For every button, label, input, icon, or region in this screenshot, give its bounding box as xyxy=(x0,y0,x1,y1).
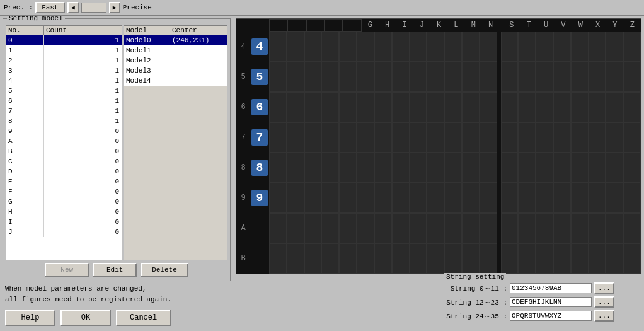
grid-cell[interactable] xyxy=(339,153,357,183)
table-row[interactable]: A0 xyxy=(6,136,122,146)
grid-cell[interactable] xyxy=(606,62,623,92)
grid-cell[interactable] xyxy=(589,32,606,62)
grid-cell[interactable] xyxy=(374,243,392,274)
grid-cell[interactable] xyxy=(480,32,497,62)
grid-cell[interactable] xyxy=(536,62,553,92)
grid-cell[interactable] xyxy=(623,122,641,153)
grid-cell[interactable] xyxy=(518,62,536,92)
grid-cell[interactable] xyxy=(287,213,304,243)
grid-cell[interactable] xyxy=(606,122,623,153)
grid-cell[interactable] xyxy=(410,92,427,122)
grid-cell[interactable] xyxy=(553,213,571,243)
grid-cell[interactable] xyxy=(269,32,287,62)
grid-cell[interactable] xyxy=(623,243,641,274)
grid-cell[interactable] xyxy=(571,32,589,62)
grid-cell[interactable] xyxy=(269,62,287,92)
table-row[interactable]: B0 xyxy=(6,146,122,156)
grid-cell[interactable] xyxy=(410,32,427,62)
grid-cell[interactable] xyxy=(444,32,462,62)
grid-cell[interactable] xyxy=(287,153,304,183)
grid-cell[interactable] xyxy=(269,153,287,183)
grid-cell[interactable] xyxy=(339,243,357,274)
grid-cell[interactable] xyxy=(480,62,497,92)
grid-cell[interactable] xyxy=(536,92,553,122)
string-browse-btn-0[interactable]: ... xyxy=(594,282,614,294)
table-row[interactable]: 71 xyxy=(6,106,122,116)
grid-cell[interactable] xyxy=(462,62,480,92)
grid-cell[interactable] xyxy=(392,32,410,62)
grid-cell[interactable] xyxy=(392,243,410,274)
grid-cell[interactable] xyxy=(480,153,497,183)
grid-cell[interactable] xyxy=(536,32,553,62)
string-browse-btn-2[interactable]: ... xyxy=(594,310,614,322)
grid-cell[interactable] xyxy=(553,153,571,183)
grid-cell[interactable] xyxy=(480,122,497,153)
grid-cell[interactable] xyxy=(536,122,553,153)
table-row[interactable]: 31 xyxy=(6,66,122,76)
grid-cell[interactable] xyxy=(287,243,304,274)
table-row[interactable]: 01 xyxy=(6,35,122,45)
grid-cell[interactable] xyxy=(339,213,357,243)
grid-cell[interactable] xyxy=(374,32,392,62)
grid-cell[interactable] xyxy=(269,122,287,153)
grid-cell[interactable] xyxy=(480,213,497,243)
grid-cell[interactable] xyxy=(392,183,410,213)
grid-cell[interactable] xyxy=(501,183,519,213)
grid-cell[interactable] xyxy=(321,243,339,274)
grid-cell[interactable] xyxy=(462,122,480,153)
grid-cell[interactable] xyxy=(462,32,480,62)
grid-cell[interactable] xyxy=(374,62,392,92)
grid-cell[interactable] xyxy=(571,183,589,213)
list-item[interactable]: Model2 xyxy=(124,55,227,66)
string-input-2[interactable] xyxy=(510,311,592,321)
grid-cell[interactable] xyxy=(518,213,536,243)
grid-cell[interactable] xyxy=(339,32,357,62)
grid-cell[interactable] xyxy=(339,92,357,122)
grid-cell[interactable] xyxy=(589,213,606,243)
grid-cell[interactable] xyxy=(571,243,589,274)
grid-cell[interactable] xyxy=(553,92,571,122)
grid-cell[interactable] xyxy=(553,122,571,153)
table-row[interactable]: D0 xyxy=(6,166,122,177)
grid-cell[interactable] xyxy=(321,183,339,213)
grid-cell[interactable] xyxy=(427,243,444,274)
grid-cell[interactable] xyxy=(623,92,641,122)
grid-cell[interactable] xyxy=(410,183,427,213)
list-item[interactable]: Model1 xyxy=(124,45,227,55)
arrow-right-btn[interactable]: ▶ xyxy=(109,2,120,13)
grid-cell[interactable] xyxy=(501,62,519,92)
grid-cell[interactable] xyxy=(321,153,339,183)
grid-cell[interactable] xyxy=(357,92,374,122)
grid-cell[interactable] xyxy=(518,243,536,274)
grid-cell[interactable] xyxy=(321,62,339,92)
grid-cell[interactable] xyxy=(321,92,339,122)
grid-cell[interactable] xyxy=(518,92,536,122)
grid-cell[interactable] xyxy=(304,213,322,243)
grid-cell[interactable] xyxy=(589,122,606,153)
grid-cell[interactable] xyxy=(444,92,462,122)
table-row[interactable]: 41 xyxy=(6,76,122,86)
fast-btn[interactable]: Fast xyxy=(35,2,64,13)
grid-cell[interactable] xyxy=(304,92,322,122)
table-row[interactable]: J0 xyxy=(6,227,122,237)
no-count-rows[interactable]: 01112131415161718190A0B0C0D0E0F0G0H0I0J0 xyxy=(6,35,122,260)
grid-cell[interactable] xyxy=(444,243,462,274)
grid-cell[interactable] xyxy=(553,183,571,213)
grid-cell[interactable] xyxy=(606,92,623,122)
grid-cell[interactable] xyxy=(304,153,322,183)
list-item[interactable]: Model3 xyxy=(124,66,227,76)
grid-cell[interactable] xyxy=(606,183,623,213)
grid-cell[interactable] xyxy=(374,153,392,183)
table-row[interactable]: 51 xyxy=(6,86,122,96)
grid-cell[interactable] xyxy=(357,243,374,274)
arrow-left-btn[interactable]: ◀ xyxy=(67,2,79,13)
grid-cell[interactable] xyxy=(571,92,589,122)
grid-cell[interactable] xyxy=(571,62,589,92)
table-row[interactable]: H0 xyxy=(6,207,122,217)
table-row[interactable]: 21 xyxy=(6,55,122,66)
grid-cell[interactable] xyxy=(374,213,392,243)
grid-cell[interactable] xyxy=(374,183,392,213)
grid-cell[interactable] xyxy=(571,153,589,183)
grid-cell[interactable] xyxy=(623,32,641,62)
grid-cell[interactable] xyxy=(571,213,589,243)
